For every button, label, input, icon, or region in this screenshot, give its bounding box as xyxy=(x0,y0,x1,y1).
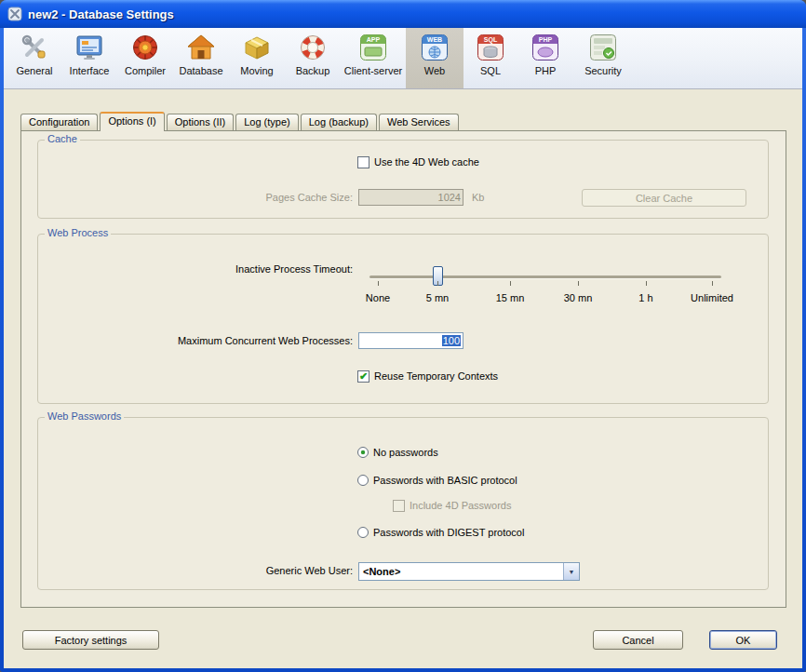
dropdown-arrow-button[interactable]: ▼ xyxy=(563,563,579,580)
compiler-icon xyxy=(130,33,160,62)
titlebar[interactable]: new2 - Database Settings xyxy=(0,0,806,28)
svg-text:PHP: PHP xyxy=(539,36,553,43)
toolbar-item-interface[interactable]: Interface xyxy=(61,28,117,88)
toolbar-item-database[interactable]: Database xyxy=(173,28,229,88)
generic-web-user-label: Generic Web User: xyxy=(38,565,353,576)
svg-text:APP: APP xyxy=(367,36,381,43)
generic-web-user-dropdown[interactable]: <None> ▼ xyxy=(358,562,580,581)
toolbar-item-client-server[interactable]: APP Client-server xyxy=(341,28,406,88)
tab-log-type[interactable]: Log (type) xyxy=(235,114,299,130)
ok-button-label: OK xyxy=(736,635,751,646)
digest-protocol-label: Passwords with DIGEST protocol xyxy=(373,527,524,538)
web-passwords-group: Web Passwords No passwords Passwords wit… xyxy=(37,417,769,590)
reuse-contexts-label: Reuse Temporary Contexts xyxy=(374,370,498,382)
toolbar-item-label: Backup xyxy=(296,65,330,76)
client-server-icon: APP xyxy=(358,33,388,62)
max-web-processes-label: Maximum Concurrent Web Processes: xyxy=(38,335,353,346)
slider-label-15mn: 15 mn xyxy=(496,292,525,303)
no-passwords-row: No passwords xyxy=(357,446,438,459)
cache-group: Cache ✔ Use the 4D Web cache Pages Cache… xyxy=(37,140,769,219)
tab-options-1[interactable]: Options (I) xyxy=(100,112,164,131)
interface-icon xyxy=(74,33,104,62)
slider-label-30mn: 30 mn xyxy=(564,292,593,303)
reuse-contexts-row: ✔ Reuse Temporary Contexts xyxy=(357,370,498,383)
pages-cache-size-input: 1024 xyxy=(358,189,463,206)
slider-label-none: None xyxy=(366,292,390,303)
inactive-timeout-slider-track[interactable] xyxy=(369,276,721,278)
slider-tick xyxy=(578,281,579,286)
slider-label-5mn: 5 mn xyxy=(426,292,449,303)
chevron-down-icon: ▼ xyxy=(569,569,575,575)
use-web-cache-checkbox[interactable]: ✔ xyxy=(357,156,369,168)
options-panel: Cache ✔ Use the 4D Web cache Pages Cache… xyxy=(20,130,786,608)
toolbar-item-web[interactable]: WEB Web xyxy=(406,28,463,88)
web-passwords-group-title: Web Passwords xyxy=(45,410,124,422)
toolbar-item-label: Database xyxy=(179,65,222,76)
toolbar-item-label: Moving xyxy=(240,65,273,76)
slider-tick xyxy=(510,281,511,286)
general-tools-icon xyxy=(20,33,49,62)
pages-cache-size-label: Pages Cache Size: xyxy=(38,192,353,203)
cancel-button-label: Cancel xyxy=(622,635,653,646)
toolbar-item-compiler[interactable]: Compiler xyxy=(117,28,173,88)
toolbar-item-label: Client-server xyxy=(344,65,402,76)
use-web-cache-label: Use the 4D Web cache xyxy=(374,156,479,168)
factory-settings-button-label: Factory settings xyxy=(55,635,128,646)
toolbar-item-moving[interactable]: Moving xyxy=(229,28,285,88)
toolbar-item-general[interactable]: General xyxy=(7,28,61,88)
web-icon: WEB xyxy=(420,33,450,62)
web-process-group: Web Process Inactive Process Timeout: No… xyxy=(37,234,769,404)
inactive-timeout-label: Inactive Process Timeout: xyxy=(38,263,353,275)
toolbar-item-label: Web xyxy=(424,65,445,76)
svg-text:SQL: SQL xyxy=(484,36,498,44)
max-web-processes-value: 100 xyxy=(442,335,461,346)
web-process-group-title: Web Process xyxy=(45,227,111,238)
generic-web-user-value: <None> xyxy=(359,563,563,580)
slider-label-unlimited: Unlimited xyxy=(691,292,733,303)
basic-protocol-label: Passwords with BASIC protocol xyxy=(373,475,517,486)
sql-icon: SQL xyxy=(476,33,505,62)
factory-settings-button[interactable]: Factory settings xyxy=(22,630,159,650)
pages-cache-size-unit: Kb xyxy=(472,192,484,203)
toolbar-item-security[interactable]: Security xyxy=(573,28,633,88)
toolbar-item-php[interactable]: PHP PHP xyxy=(517,28,573,88)
include-4d-passwords-row: Include 4D Passwords xyxy=(393,499,511,512)
digest-protocol-row: Passwords with DIGEST protocol xyxy=(357,526,524,539)
tab-configuration[interactable]: Configuration xyxy=(20,114,98,130)
no-passwords-radio[interactable] xyxy=(357,447,369,458)
svg-text:WEB: WEB xyxy=(427,36,442,43)
cancel-button[interactable]: Cancel xyxy=(593,630,683,650)
settings-toolbar: General Interface xyxy=(4,28,802,89)
basic-protocol-radio[interactable] xyxy=(357,475,369,486)
include-4d-passwords-label: Include 4D Passwords xyxy=(410,500,511,511)
window-title: new2 - Database Settings xyxy=(28,7,174,21)
dialog-body: General Interface xyxy=(4,28,802,668)
pages-cache-size-value: 1024 xyxy=(438,192,461,203)
toolbar-item-sql[interactable]: SQL SQL xyxy=(463,28,517,88)
toolbar-item-backup[interactable]: Backup xyxy=(285,28,341,88)
digest-protocol-radio[interactable] xyxy=(357,527,369,538)
tab-options-2[interactable]: Options (II) xyxy=(167,114,234,130)
include-4d-passwords-checkbox xyxy=(393,500,405,512)
tab-log-backup[interactable]: Log (backup) xyxy=(301,114,377,130)
ok-button[interactable]: OK xyxy=(709,630,777,650)
backup-lifebuoy-icon xyxy=(298,33,328,62)
database-settings-window: new2 - Database Settings General xyxy=(0,0,806,672)
database-icon xyxy=(186,33,216,62)
toolbar-item-label: PHP xyxy=(535,65,557,76)
slider-tick xyxy=(646,281,647,286)
security-icon xyxy=(588,33,618,62)
basic-protocol-row: Passwords with BASIC protocol xyxy=(357,474,517,487)
check-icon: ✔ xyxy=(359,371,368,382)
cache-group-title: Cache xyxy=(45,133,80,144)
no-passwords-label: No passwords xyxy=(373,447,438,458)
slider-tick xyxy=(378,281,379,286)
tab-bar: Configuration Options (I) Options (II) L… xyxy=(20,112,459,131)
reuse-contexts-checkbox[interactable]: ✔ xyxy=(357,370,369,383)
slider-tick xyxy=(712,281,713,286)
max-web-processes-input[interactable]: 100 xyxy=(358,332,463,349)
toolbar-item-label: General xyxy=(16,65,52,76)
tab-web-services[interactable]: Web Services xyxy=(379,114,459,130)
use-web-cache-row: ✔ Use the 4D Web cache xyxy=(357,155,479,168)
toolbar-item-label: Compiler xyxy=(125,65,166,76)
